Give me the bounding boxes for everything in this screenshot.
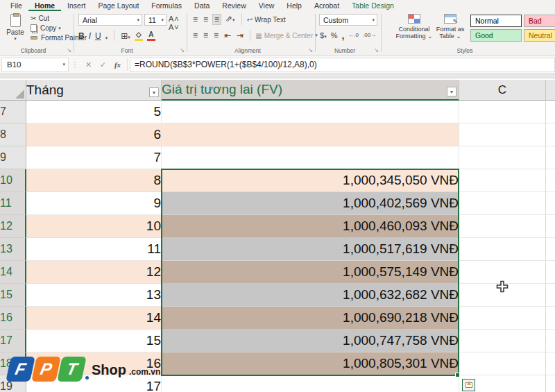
style-good[interactable]: Good	[470, 29, 522, 42]
row-header[interactable]: 15	[0, 284, 26, 307]
cell-month[interactable]: 15	[26, 330, 162, 352]
format-as-table-button[interactable]: Format as Table ⌄	[434, 14, 466, 40]
tab-file[interactable]: File	[4, 1, 28, 11]
comma-style-button[interactable]: ,	[341, 30, 344, 41]
cell-empty[interactable]	[459, 146, 546, 169]
increase-decimal-button[interactable]: ←.0	[348, 33, 359, 38]
fill-color-button[interactable]: ◇	[135, 31, 143, 41]
cell-empty[interactable]	[459, 330, 546, 352]
align-right-button[interactable]: ≡	[212, 31, 220, 40]
font-name-combo[interactable]: Arial▾	[78, 14, 142, 26]
cell-empty[interactable]	[459, 169, 546, 192]
tab-insert[interactable]: Insert	[61, 1, 92, 11]
row-header[interactable]: 11	[0, 192, 26, 215]
fill-handle[interactable]	[455, 373, 460, 377]
column-header-thang[interactable]: Tháng▼	[26, 80, 162, 101]
cell-fv[interactable]: 1,000,805,301 VNĐ	[162, 352, 459, 375]
cell-month[interactable]: 8	[26, 169, 162, 192]
cell-fv[interactable]: 1,000,690,218 VNĐ	[162, 307, 459, 330]
cell-month[interactable]: 10	[26, 215, 162, 238]
align-center-button[interactable]: ≡	[202, 31, 210, 40]
cell-month[interactable]: 5	[26, 101, 162, 123]
row-header[interactable]: 10	[0, 169, 26, 192]
wrap-text-button[interactable]: ↩Wrap Text	[247, 16, 286, 24]
column-header-fv[interactable]: Giá trị tương lai (FV)▼	[162, 80, 459, 101]
cell-empty[interactable]	[459, 261, 546, 284]
cell-month[interactable]: 13	[26, 284, 162, 307]
tab-help[interactable]: Help	[280, 1, 308, 11]
cell-empty[interactable]	[459, 101, 546, 123]
cell-fv[interactable]	[162, 146, 459, 169]
style-neutral[interactable]: Neutral	[524, 29, 555, 42]
cancel-button[interactable]: ✕	[81, 60, 96, 69]
orientation-button[interactable]: ⇗▾	[224, 14, 237, 25]
tab-formulas[interactable]: Formulas	[145, 1, 188, 11]
cell-empty[interactable]	[459, 238, 546, 261]
bottom-align-button[interactable]: ≡	[212, 14, 221, 25]
font-size-combo[interactable]: 11▾	[144, 14, 166, 26]
tab-view[interactable]: View	[253, 1, 281, 11]
tab-page-layout[interactable]: Page Layout	[92, 1, 145, 11]
cell-fv[interactable]	[162, 123, 459, 146]
chevron-down-icon[interactable]: ▾	[62, 62, 65, 67]
tab-home[interactable]: Home	[28, 1, 61, 11]
filter-button[interactable]: ▼	[149, 87, 159, 97]
row-header[interactable]: 8	[0, 123, 26, 146]
paste-dropdown-icon[interactable]: ▾	[14, 36, 17, 42]
style-normal[interactable]: Normal	[470, 15, 522, 27]
row-header[interactable]: 7	[0, 101, 26, 123]
row-header[interactable]: 14	[0, 261, 26, 284]
underline-dropdown-icon[interactable]: ▾	[105, 35, 108, 41]
underline-button[interactable]: U	[95, 31, 101, 41]
row-header[interactable]: 13	[0, 238, 26, 261]
select-all-button[interactable]	[0, 80, 26, 101]
row-header[interactable]: 9	[0, 146, 26, 169]
cell-month[interactable]: 6	[26, 123, 162, 146]
cell-month[interactable]: 12	[26, 261, 162, 284]
align-left-button[interactable]: ≡	[191, 31, 199, 40]
decrease-decimal-button[interactable]: .00→	[363, 33, 376, 38]
cell-empty[interactable]	[459, 215, 546, 238]
filter-button[interactable]: ▼	[447, 87, 456, 96]
cell-month[interactable]: 14	[26, 307, 162, 330]
cell-fv[interactable]: 1,000,575,149 VNĐ	[162, 261, 459, 284]
borders-button[interactable]: ⊞▾	[121, 31, 130, 41]
cell-empty[interactable]	[459, 123, 546, 146]
tab-table-design[interactable]: Table Design	[345, 1, 400, 11]
formula-input[interactable]: =ROUND($B$3*POWER(1+($B$4/100)/12,A8),0)	[130, 58, 555, 72]
row-header[interactable]: 16	[0, 307, 26, 330]
conditional-formatting-button[interactable]: Conditional Formatting ⌄	[394, 14, 434, 40]
tab-data[interactable]: Data	[188, 1, 216, 11]
tab-review[interactable]: Review	[216, 1, 252, 11]
paste-button[interactable]: Paste ▾	[3, 14, 27, 47]
style-bad[interactable]: Bad	[524, 15, 555, 27]
cell-empty[interactable]	[459, 192, 546, 215]
cell-empty[interactable]	[459, 284, 546, 307]
decrease-indent-button[interactable]: ⇤	[223, 31, 232, 40]
clipboard-dialog-launcher[interactable]: ↘	[67, 47, 71, 53]
number-format-combo[interactable]: Custom▾	[319, 14, 377, 26]
cell-fv[interactable]: 1,000,747,758 VNĐ	[162, 330, 459, 352]
enter-button[interactable]: ✓	[96, 60, 110, 69]
copy-dropdown-icon[interactable]: ▾	[58, 26, 61, 31]
cell-fv[interactable]: 1,000,402,569 VNĐ	[162, 192, 459, 215]
column-header-c[interactable]: C	[459, 80, 546, 101]
percent-style-button[interactable]: %	[331, 31, 338, 40]
row-header[interactable]: 12	[0, 215, 26, 238]
number-dialog-launcher[interactable]: ↘	[374, 47, 379, 53]
font-dialog-launcher[interactable]: ↘	[180, 47, 185, 53]
italic-button[interactable]: I	[89, 31, 91, 41]
column-header-d[interactable]	[546, 80, 555, 101]
active-cell-fv[interactable]: 1,000,345,050 VNĐ	[162, 169, 459, 192]
cell-empty[interactable]	[459, 307, 546, 330]
alignment-dialog-launcher[interactable]: ↘	[308, 47, 313, 53]
bold-button[interactable]: B	[78, 31, 85, 41]
cell-month[interactable]: 11	[26, 238, 162, 261]
increase-indent-button[interactable]: ⇥	[235, 31, 245, 40]
cell-fv[interactable]: 1,000,517,619 VNĐ	[162, 238, 459, 261]
name-box[interactable]: B10 ▾	[1, 58, 69, 72]
top-align-button[interactable]: ≡	[191, 15, 199, 24]
insert-function-button[interactable]: fx	[110, 60, 125, 69]
accounting-format-button[interactable]: $▾	[320, 31, 327, 40]
merge-center-button[interactable]: ▦Merge & Center▾	[255, 32, 318, 40]
